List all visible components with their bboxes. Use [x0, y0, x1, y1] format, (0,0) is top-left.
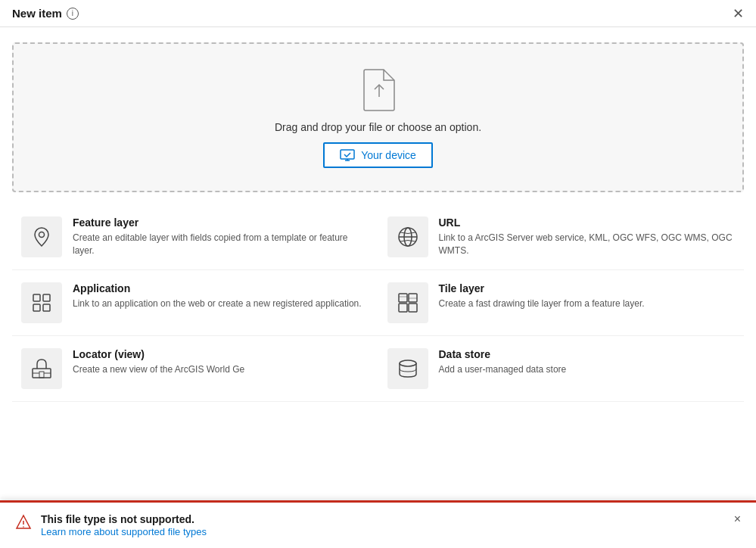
feature-layer-icon-box — [21, 216, 62, 257]
toast-close-button[interactable]: × — [734, 513, 741, 525]
feature-layer-info: Feature layer Create an editable layer w… — [73, 216, 369, 257]
locator-view-info: Locator (view) Create a new view of the … — [73, 348, 369, 376]
data-store-desc: Add a user-managed data store — [439, 363, 736, 376]
device-button-label: Your device — [361, 149, 416, 161]
data-store-icon — [396, 357, 420, 381]
tile-layer-title: Tile layer — [439, 282, 736, 294]
svg-rect-19 — [39, 372, 44, 378]
data-store-title: Data store — [439, 348, 736, 360]
dialog-header: New item i ✕ — [0, 0, 756, 27]
upload-file-icon — [359, 67, 397, 112]
error-icon — [15, 514, 32, 531]
feature-layer-icon — [30, 225, 54, 249]
error-title: This file type is not supported. — [41, 513, 725, 525]
application-info: Application Link to an application on th… — [73, 282, 369, 310]
url-title: URL — [439, 216, 736, 229]
monitor-icon — [340, 149, 355, 161]
url-desc: Link to a ArcGIS Server web service, KML… — [439, 232, 736, 257]
locator-icon — [30, 357, 54, 381]
svg-point-4 — [39, 232, 45, 238]
tile-layer-desc: Create a fast drawing tile layer from a … — [439, 297, 736, 310]
svg-rect-11 — [43, 304, 50, 311]
header-left: New item i — [12, 7, 79, 20]
items-grid: Feature layer Create an editable layer w… — [12, 204, 744, 402]
svg-rect-14 — [399, 304, 407, 312]
svg-point-22 — [400, 360, 416, 366]
feature-layer-title: Feature layer — [73, 216, 369, 229]
feature-layer-desc: Create an editable layer with fields cop… — [73, 232, 369, 257]
application-desc: Link to an application on the web or cre… — [73, 297, 369, 310]
tile-layer-icon — [396, 291, 420, 315]
svg-rect-12 — [399, 294, 407, 302]
dropzone-text: Drag and drop your file or choose an opt… — [275, 121, 481, 133]
close-button[interactable]: ✕ — [733, 7, 744, 20]
locator-view-title: Locator (view) — [73, 348, 369, 360]
url-icon — [396, 225, 420, 249]
application-icon-box — [21, 282, 62, 323]
error-content: This file type is not supported. Learn m… — [41, 513, 725, 537]
data-store-icon-box — [387, 348, 428, 389]
dropzone[interactable]: Drag and drop your file or choose an opt… — [12, 42, 744, 192]
your-device-button[interactable]: Your device — [323, 142, 433, 168]
url-info: URL Link to a ArcGIS Server web service,… — [439, 216, 736, 257]
dialog-title: New item — [12, 7, 62, 20]
item-locator-view[interactable]: Locator (view) Create a new view of the … — [12, 336, 378, 402]
svg-rect-10 — [33, 304, 40, 311]
data-store-info: Data store Add a user-managed data store — [439, 348, 736, 376]
svg-point-24 — [23, 526, 24, 528]
tile-layer-info: Tile layer Create a fast drawing tile la… — [439, 282, 736, 310]
item-data-store[interactable]: Data store Add a user-managed data store — [378, 336, 745, 402]
svg-rect-9 — [43, 294, 50, 301]
application-icon — [30, 291, 54, 315]
error-toast: This file type is not supported. Learn m… — [0, 500, 756, 548]
svg-rect-15 — [409, 304, 417, 312]
svg-rect-1 — [341, 150, 354, 159]
item-feature-layer[interactable]: Feature layer Create an editable layer w… — [12, 204, 378, 270]
info-icon[interactable]: i — [67, 8, 79, 20]
item-url[interactable]: URL Link to a ArcGIS Server web service,… — [378, 204, 745, 270]
item-tile-layer[interactable]: Tile layer Create a fast drawing tile la… — [378, 270, 745, 336]
tile-layer-icon-box — [387, 282, 428, 323]
error-link[interactable]: Learn more about supported file types — [41, 526, 207, 537]
svg-rect-8 — [33, 294, 40, 301]
locator-view-desc: Create a new view of the ArcGIS World Ge — [73, 363, 369, 376]
application-title: Application — [73, 282, 369, 294]
locator-icon-box — [21, 348, 62, 389]
url-icon-box — [387, 216, 428, 257]
item-application[interactable]: Application Link to an application on th… — [12, 270, 378, 336]
